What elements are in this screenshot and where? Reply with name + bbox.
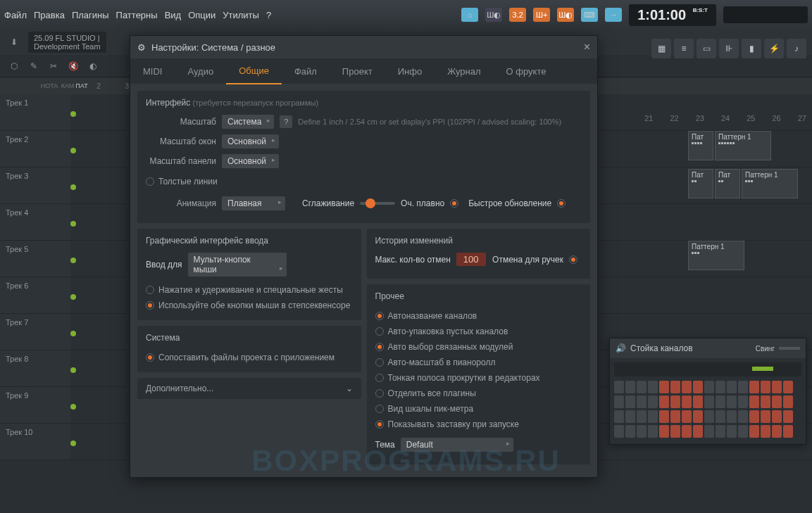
pattern-block[interactable]: Паттерн 1 [688, 241, 744, 270]
step-button[interactable] [659, 410, 669, 423]
step-button[interactable] [637, 410, 647, 423]
slip-icon[interactable]: ◐ [85, 58, 101, 75]
step-button[interactable] [659, 425, 669, 438]
menu-options[interactable]: Опции [188, 10, 216, 20]
step-button[interactable] [738, 410, 748, 423]
step-button[interactable] [738, 381, 748, 393]
menu-plugins[interactable]: Плагины [72, 10, 109, 20]
step-button[interactable] [637, 425, 647, 438]
tab-audio[interactable]: Аудио [175, 59, 226, 84]
step-button[interactable] [783, 381, 793, 393]
panel-scale-dropdown[interactable]: Основной [222, 154, 279, 168]
step-button[interactable] [716, 381, 725, 393]
track-label[interactable]: Трек 3 [0, 167, 70, 203]
input-for-dropdown[interactable]: Мульти-кнопок мыши [188, 253, 287, 277]
step-button[interactable] [625, 425, 635, 438]
step-button[interactable] [670, 410, 680, 423]
track-label[interactable]: Трек 10 [0, 424, 70, 460]
help-button[interactable]: ? [280, 115, 292, 128]
step-button[interactable] [727, 395, 737, 408]
step-button[interactable] [614, 381, 624, 393]
tab-midi[interactable]: MIDI [130, 59, 175, 84]
step-button[interactable] [772, 410, 782, 423]
mute-icon[interactable]: 🔇 [65, 58, 82, 75]
step-button[interactable] [761, 381, 770, 393]
step-button[interactable] [648, 425, 658, 438]
step-button[interactable] [716, 410, 725, 423]
step-button[interactable] [738, 425, 748, 438]
tab-project[interactable]: Проект [330, 59, 385, 84]
browser-icon[interactable]: ▮ [742, 39, 761, 58]
step-button[interactable] [749, 381, 759, 393]
tab-log[interactable]: Журнал [435, 59, 493, 84]
scale-dropdown[interactable]: Система [222, 115, 274, 129]
theme-dropdown[interactable]: Default [401, 438, 513, 452]
track-mute-dot[interactable] [70, 221, 76, 227]
step-button[interactable] [648, 410, 658, 423]
step-button[interactable] [716, 395, 725, 408]
tab-general[interactable]: Общие [226, 58, 282, 84]
tool-keyboard[interactable]: ⌨ [581, 8, 598, 22]
extra-section[interactable]: Дополнительно... ⌄ [137, 378, 361, 399]
step-button[interactable] [625, 410, 635, 423]
track-mute-dot[interactable] [70, 294, 76, 300]
step-button[interactable] [614, 425, 624, 438]
step-button[interactable] [783, 425, 793, 438]
pattern-block[interactable]: Паттерн 1 [742, 169, 798, 198]
swing-knob[interactable] [779, 347, 800, 350]
tool-count[interactable]: Ш◐ [557, 8, 574, 22]
step-button[interactable] [761, 395, 770, 408]
associate-toggle[interactable]: Сопоставить файлы проекта с приложением [146, 350, 353, 365]
step-button[interactable] [625, 395, 635, 408]
auto-select-toggle[interactable]: Авто выбор связанных модулей [375, 339, 582, 355]
dialog-title-bar[interactable]: ⚙ Настройки: Система / разное × [130, 36, 597, 58]
step-button[interactable] [783, 410, 793, 423]
step-button[interactable] [761, 425, 770, 438]
pattern-block[interactable]: Паттерн 1 [715, 131, 771, 160]
step-button[interactable] [704, 425, 714, 438]
step-button[interactable] [648, 381, 658, 393]
tab-about[interactable]: О фрукте [494, 59, 559, 84]
thick-lines-toggle[interactable]: Толстые линии [146, 174, 582, 189]
step-button[interactable] [670, 425, 680, 438]
track-mute-dot[interactable] [70, 111, 76, 117]
step-button[interactable] [670, 395, 680, 408]
step-button[interactable] [693, 410, 703, 423]
step-button[interactable] [614, 410, 624, 423]
menu-utilities[interactable]: Утилиты [223, 10, 259, 20]
track-mute-dot[interactable] [70, 404, 76, 410]
rack-title-bar[interactable]: 🔊 Стойка каналов Свинг [610, 338, 806, 358]
both-buttons-toggle[interactable]: Используйте обе кнопки мыши в степсеквен… [146, 298, 353, 313]
step-button[interactable] [682, 410, 692, 423]
peak-scale-toggle[interactable]: Вид шкалы пик-метра [375, 401, 582, 417]
step-button[interactable] [704, 410, 714, 423]
step-button[interactable] [749, 425, 759, 438]
mixer-icon[interactable]: ⊪ [719, 39, 739, 58]
tool-tempo[interactable]: 3.2 [509, 8, 526, 22]
time-display[interactable]: 1:01:00 B:S:T [629, 4, 716, 26]
menu-patterns[interactable]: Паттерны [116, 10, 158, 20]
step-button[interactable] [772, 381, 782, 393]
playlist-icon[interactable]: ▦ [651, 39, 671, 58]
track-mute-dot[interactable] [70, 441, 76, 446]
step-button[interactable] [682, 381, 692, 393]
tool-sync[interactable]: Ш+ [533, 8, 550, 22]
track-label[interactable]: Трек 2 [0, 131, 70, 167]
step-button[interactable] [716, 425, 725, 438]
auto-zoom-toggle[interactable]: Авто-масштаб в пианоролл [375, 355, 582, 370]
save-icon[interactable]: ⬇ [6, 34, 23, 51]
tab-info[interactable]: Инфо [385, 59, 435, 84]
auto-name-toggle[interactable]: Автоназвание каналов [375, 308, 582, 324]
menu-view[interactable]: Вид [165, 10, 182, 20]
step-button[interactable] [659, 381, 669, 393]
tool-rec[interactable]: → [605, 8, 622, 22]
step-button[interactable] [648, 395, 658, 408]
step-button[interactable] [637, 395, 647, 408]
tempo-tap-icon[interactable]: ♪ [787, 39, 806, 58]
ultra-smooth-toggle[interactable] [450, 199, 458, 208]
plugin-icon[interactable]: ⚡ [764, 39, 784, 58]
step-button[interactable] [749, 395, 759, 408]
pattern-block[interactable]: Пат [715, 169, 740, 198]
step-button[interactable] [727, 410, 737, 423]
track-label[interactable]: Трек 1 [0, 94, 70, 130]
